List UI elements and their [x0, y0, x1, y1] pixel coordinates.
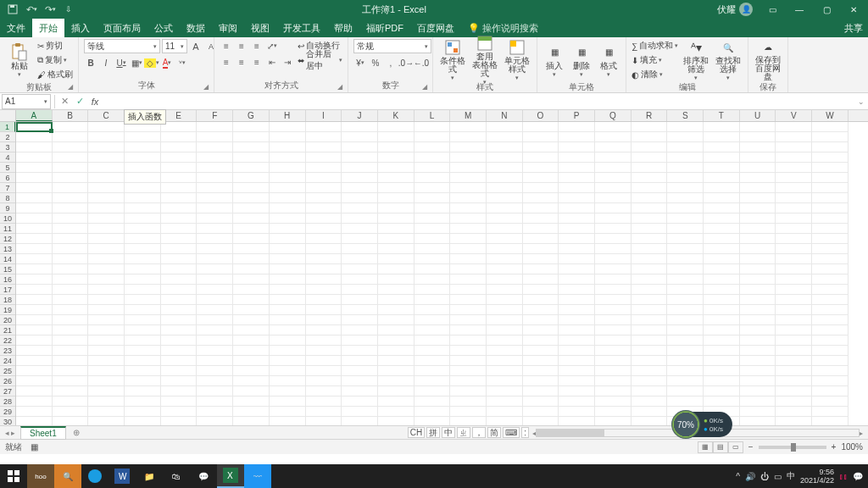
column-header[interactable]: G: [233, 110, 270, 121]
cell[interactable]: [88, 224, 125, 234]
cell[interactable]: [812, 203, 849, 214]
cell[interactable]: [487, 336, 523, 346]
cell[interactable]: [415, 234, 451, 244]
cell[interactable]: [233, 336, 270, 346]
cell[interactable]: [487, 152, 523, 163]
cell[interactable]: [632, 214, 668, 224]
cell[interactable]: [704, 346, 740, 356]
cell[interactable]: [632, 173, 668, 183]
cell[interactable]: [233, 132, 270, 142]
cell[interactable]: [161, 396, 198, 407]
currency-icon[interactable]: ¥▾: [353, 56, 367, 69]
expand-formula-bar[interactable]: ⌄: [854, 97, 868, 106]
cell[interactable]: [415, 183, 451, 193]
cell[interactable]: [450, 214, 487, 224]
cell[interactable]: [812, 244, 849, 254]
cell[interactable]: [776, 173, 812, 183]
cell[interactable]: [88, 142, 125, 152]
cell[interactable]: [523, 214, 559, 224]
cell[interactable]: [740, 356, 776, 366]
cell[interactable]: [487, 315, 523, 325]
cell[interactable]: [812, 366, 849, 376]
cell[interactable]: [559, 325, 595, 336]
ime-button[interactable]: 拼: [426, 427, 440, 438]
cell[interactable]: [88, 315, 125, 325]
cell[interactable]: [559, 173, 595, 183]
cell[interactable]: [450, 325, 487, 336]
taskbar-wechat[interactable]: 💬: [190, 464, 217, 488]
cell[interactable]: [559, 214, 595, 224]
cell[interactable]: [776, 285, 812, 295]
cell[interactable]: [161, 305, 198, 315]
cell[interactable]: [740, 173, 776, 183]
cell[interactable]: [667, 274, 704, 285]
cell[interactable]: [270, 142, 306, 152]
bold-button[interactable]: B: [84, 56, 97, 69]
cell[interactable]: [704, 183, 740, 193]
align-bottom-icon[interactable]: ≡: [250, 39, 264, 53]
ime-button[interactable]: ，: [472, 427, 486, 438]
cell[interactable]: [667, 122, 704, 132]
cell[interactable]: [667, 295, 704, 305]
cell[interactable]: [53, 366, 89, 376]
cell[interactable]: [776, 234, 812, 244]
column-header[interactable]: H: [270, 110, 306, 121]
normal-view-button[interactable]: ▦: [698, 441, 713, 453]
cell[interactable]: [233, 305, 270, 315]
cell[interactable]: [559, 132, 595, 142]
cell[interactable]: [450, 285, 487, 295]
cell[interactable]: [53, 173, 89, 183]
cell[interactable]: [306, 295, 342, 305]
cell[interactable]: [632, 285, 668, 295]
cell[interactable]: [125, 152, 161, 163]
cell[interactable]: [740, 295, 776, 305]
column-header[interactable]: L: [415, 110, 451, 121]
cell[interactable]: [306, 254, 342, 264]
cell[interactable]: [125, 407, 161, 417]
cell[interactable]: [523, 376, 559, 386]
cell[interactable]: [595, 356, 632, 366]
cell[interactable]: [342, 163, 378, 173]
cell[interactable]: [415, 325, 451, 336]
cell[interactable]: [161, 264, 198, 274]
cell[interactable]: [197, 214, 233, 224]
row-header[interactable]: 23: [0, 346, 15, 356]
cell[interactable]: [740, 183, 776, 193]
share-button[interactable]: 共享: [844, 22, 863, 35]
row-header[interactable]: 13: [0, 244, 15, 254]
cell[interactable]: [16, 396, 53, 407]
cell[interactable]: [197, 274, 233, 285]
number-dialog-launcher[interactable]: ◢: [422, 83, 431, 92]
qat-customize-icon[interactable]: ⇩: [61, 2, 76, 17]
cell[interactable]: [342, 285, 378, 295]
macro-record-icon[interactable]: ▦: [31, 442, 38, 452]
cancel-formula-button[interactable]: ✕: [57, 94, 72, 109]
cell[interactable]: [776, 407, 812, 417]
cell[interactable]: [595, 346, 632, 356]
cell[interactable]: [812, 254, 849, 264]
cell[interactable]: [595, 376, 632, 386]
cell[interactable]: [776, 274, 812, 285]
format-cells-button[interactable]: ▦格式▾: [597, 39, 620, 81]
tab-formulas[interactable]: 公式: [147, 19, 180, 37]
cell[interactable]: [740, 325, 776, 336]
cell[interactable]: [523, 152, 559, 163]
cell[interactable]: [125, 234, 161, 244]
cell[interactable]: [704, 254, 740, 264]
cell[interactable]: [88, 325, 125, 336]
cell[interactable]: [306, 376, 342, 386]
row-header[interactable]: 6: [0, 173, 15, 183]
cell[interactable]: [776, 386, 812, 396]
cell[interactable]: [559, 274, 595, 285]
cell[interactable]: [16, 305, 53, 315]
row-header[interactable]: 11: [0, 224, 15, 234]
cell[interactable]: [632, 183, 668, 193]
cell[interactable]: [595, 417, 632, 425]
cell[interactable]: [704, 244, 740, 254]
cell[interactable]: [667, 152, 704, 163]
cell[interactable]: [559, 163, 595, 173]
cell[interactable]: [523, 315, 559, 325]
cell[interactable]: [740, 346, 776, 356]
cell[interactable]: [306, 203, 342, 214]
cell[interactable]: [704, 193, 740, 203]
